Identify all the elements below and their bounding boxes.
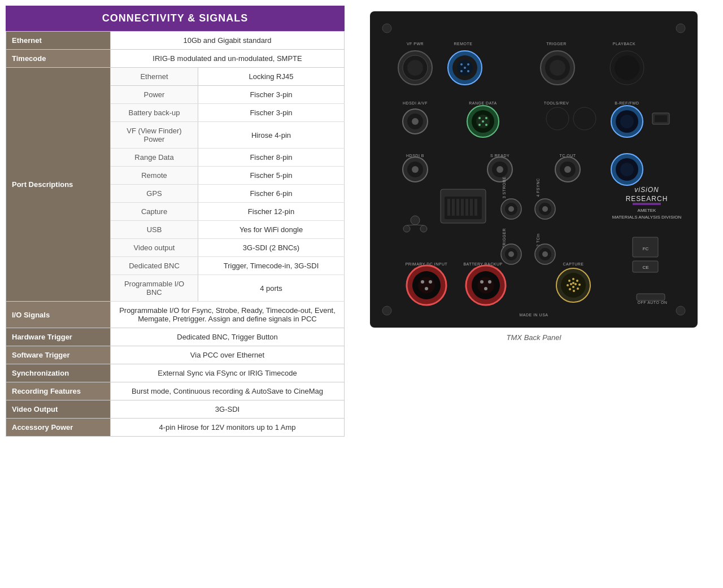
row-value: External Sync via FSync or IRIG Timecode (111, 364, 345, 382)
svg-point-126 (567, 284, 569, 286)
svg-point-78 (403, 225, 410, 232)
svg-text:REMOTE: REMOTE (454, 42, 473, 46)
svg-point-114 (480, 280, 484, 284)
table-row: Ethernet10Gb and Gigabit standard (6, 32, 345, 50)
svg-point-130 (572, 286, 574, 288)
sub-label: Capture (111, 203, 198, 221)
svg-rect-76 (474, 199, 477, 216)
svg-point-120 (572, 278, 574, 280)
row-value: Burst mode, Continuous recording & AutoS… (111, 382, 345, 400)
svg-rect-74 (465, 199, 468, 216)
svg-text:OFF  AUTO  ON: OFF AUTO ON (638, 300, 668, 304)
svg-rect-75 (470, 199, 473, 216)
svg-point-118 (561, 273, 586, 298)
sub-value: Fischer 12-pin (198, 203, 345, 221)
sub-label: Video output (111, 239, 198, 257)
sub-label: Battery back-up (111, 104, 198, 122)
row-label: Recording Features (6, 382, 111, 400)
svg-point-94 (508, 251, 514, 257)
svg-rect-132 (637, 294, 665, 300)
row-label: Synchronization (6, 364, 111, 382)
row-label-port-descriptions: Port Descriptions (6, 68, 111, 302)
row-label: Timecode (6, 50, 111, 68)
sub-value: Hirose 4-pin (198, 122, 345, 149)
svg-text:AMETEK: AMETEK (638, 208, 657, 213)
svg-text:HDSDI A/VF: HDSDI A/VF (403, 101, 428, 105)
connectivity-table: Ethernet10Gb and Gigabit standardTimecod… (6, 31, 345, 437)
svg-point-119 (568, 280, 570, 282)
svg-point-124 (573, 290, 575, 292)
svg-point-56 (496, 166, 503, 173)
svg-point-121 (576, 280, 578, 282)
svg-rect-73 (461, 199, 464, 216)
back-panel-svg: VF PWR REMOTE TRIGGER PLAYBACK (376, 17, 692, 322)
svg-point-31 (412, 118, 419, 125)
table-row: Port DescriptionsEthernetLocking RJ45 (6, 68, 345, 86)
svg-point-18 (467, 70, 469, 72)
sub-label: USB (111, 221, 198, 239)
table-row: Accessory Power4-pin Hirose for 12V moni… (6, 419, 345, 437)
svg-point-22 (550, 60, 565, 76)
svg-rect-65 (633, 203, 661, 205)
svg-rect-46 (655, 115, 667, 122)
svg-point-4 (676, 306, 685, 315)
svg-rect-72 (456, 199, 459, 216)
svg-point-24 (615, 55, 639, 80)
sub-value: 3G-SDI (2 BNCs) (198, 239, 345, 257)
svg-point-16 (467, 63, 469, 66)
svg-point-44 (620, 115, 634, 128)
svg-point-38 (485, 124, 487, 126)
svg-point-125 (569, 288, 571, 290)
row-value: Programmable I/O for Fsync, Strobe, Read… (111, 302, 345, 328)
svg-text:MATERIALS ANALYSIS DIVISION: MATERIALS ANALYSIS DIVISION (612, 215, 682, 220)
row-label: Accessory Power (6, 419, 111, 437)
sub-value: 4 ports (198, 275, 345, 302)
svg-point-53 (412, 166, 419, 173)
svg-text:3 STROBE: 3 STROBE (502, 177, 506, 199)
image-caption: TMX Back Panel (507, 333, 561, 342)
svg-text:CE: CE (642, 265, 648, 270)
row-value: Dedicated BNC, Trigger Button (111, 328, 345, 346)
right-panel: VF PWR REMOTE TRIGGER PLAYBACK (350, 6, 717, 582)
svg-point-17 (460, 70, 463, 72)
svg-text:PLAYBACK: PLAYBACK (613, 42, 635, 46)
svg-point-107 (418, 277, 435, 294)
table-row: SynchronizationExternal Sync via FSync o… (6, 364, 345, 382)
svg-point-41 (573, 107, 596, 130)
sub-label: GPS (111, 185, 198, 203)
svg-text:RESEARCH: RESEARCH (626, 195, 668, 203)
svg-text:FC: FC (643, 246, 649, 251)
sub-value: Fischer 5-pin (198, 167, 345, 185)
svg-point-35 (478, 117, 481, 119)
row-value: 3G-SDI (111, 400, 345, 419)
row-label: Hardware Trigger (6, 328, 111, 346)
svg-point-19 (464, 67, 466, 69)
svg-point-1 (382, 24, 391, 33)
table-row: Software TriggerVia PCC over Ethernet (6, 346, 345, 364)
svg-text:VF PWR: VF PWR (407, 42, 424, 46)
svg-point-97 (542, 251, 548, 257)
svg-text:RANGE DATA: RANGE DATA (469, 101, 496, 105)
sub-label: VF (View Finder) Power (111, 122, 198, 149)
svg-point-37 (478, 124, 481, 126)
svg-point-123 (577, 288, 579, 290)
sub-label: Range Data (111, 149, 198, 167)
svg-point-3 (382, 306, 391, 315)
svg-point-110 (425, 287, 428, 290)
sub-label: Dedicated BNC (111, 257, 198, 275)
sub-label: Remote (111, 167, 198, 185)
row-value: Via PCC over Ethernet (111, 346, 345, 364)
svg-point-108 (421, 280, 424, 284)
svg-rect-70 (447, 199, 450, 216)
sub-value: Fischer 3-pin (198, 104, 345, 122)
svg-point-116 (484, 287, 487, 290)
row-label: Video Output (6, 400, 111, 419)
svg-point-115 (488, 280, 491, 284)
svg-point-109 (429, 280, 432, 284)
svg-text:4 FSYNC: 4 FSYNC (536, 178, 540, 197)
row-value: IRIG-B modulated and un-modulated, SMPTE (111, 50, 345, 68)
svg-text:2 TCin: 2 TCin (536, 233, 540, 247)
left-panel: CONNECTIVITY & SIGNALS Ethernet10Gb and … (6, 6, 345, 582)
back-panel-image: VF PWR REMOTE TRIGGER PLAYBACK (370, 11, 698, 328)
sub-label: Ethernet (111, 68, 198, 86)
